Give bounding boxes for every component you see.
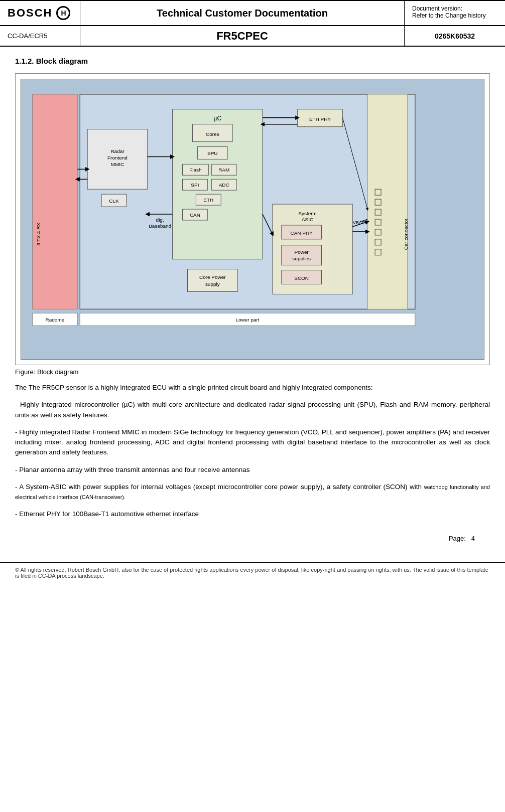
document-title: Technical Customer Documentation	[80, 1, 405, 25]
svg-text:SCON: SCON	[294, 275, 309, 281]
svg-text:RAM: RAM	[218, 167, 229, 173]
page-number: 4	[471, 535, 475, 542]
block-diagram-figure: Planar antenna array 3 TX 4 RX Radar Fro…	[15, 73, 490, 365]
svg-text:ETH PHY: ETH PHY	[309, 116, 331, 122]
figure-caption: Figure: Block diagram	[15, 368, 490, 376]
document-code: CC-DA/ECR5	[0, 26, 80, 46]
svg-text:CAN PHY: CAN PHY	[291, 230, 313, 236]
block-diagram: Planar antenna array 3 TX 4 RX Radar Fro…	[21, 79, 484, 360]
bullet5-paragraph: - Ethernet PHY for 100Base-T1 automotive…	[15, 509, 490, 519]
svg-text:dig.: dig.	[156, 217, 164, 223]
copyright-footer: © All rights reserved, Robert Bosch GmbH…	[0, 562, 505, 583]
svg-text:Radar: Radar	[110, 148, 124, 154]
svg-text:Lower part: Lower part	[236, 317, 260, 322]
svg-text:ASIC: ASIC	[302, 217, 313, 222]
intro-the: The	[15, 384, 29, 391]
svg-text:ETH: ETH	[203, 197, 213, 203]
doc-version-value: Refer to the Change history	[412, 12, 497, 19]
intro-paragraph: The The FR5CP sensor is a highly integra…	[15, 383, 490, 393]
product-name: FR5CPEC	[80, 26, 405, 46]
svg-text:Car connector: Car connector	[403, 218, 409, 250]
section-title: 1.1.2. Block diagram	[15, 57, 490, 65]
svg-text:Baseband: Baseband	[149, 223, 171, 229]
bosch-logo-circle: H	[56, 6, 70, 20]
part-number: 0265K60532	[405, 26, 505, 46]
svg-text:CLK: CLK	[109, 198, 119, 204]
svg-text:Flash: Flash	[189, 167, 201, 173]
copyright-text: © All rights reserved, Robert Bosch GmbH…	[15, 567, 488, 579]
svg-text:3 TX    4 RX: 3 TX 4 RX	[36, 223, 41, 246]
svg-rect-44	[187, 269, 237, 292]
bullet3-paragraph: - Planar antenna array with three transm…	[15, 465, 490, 475]
bullet1-paragraph: - Highly integrated microcontroller (µC)…	[15, 400, 490, 420]
svg-text:System-: System-	[298, 211, 317, 216]
svg-text:CAN: CAN	[190, 212, 200, 218]
document-version: Document version: Refer to the Change hi…	[405, 1, 505, 25]
page-footer: Page: 4	[15, 535, 490, 542]
svg-text:ADC: ADC	[219, 182, 229, 188]
page-label: Page:	[449, 535, 466, 542]
document-subheader: CC-DA/ECR5 FR5CPEC 0265K60532	[0, 26, 505, 47]
doc-version-label: Document version:	[412, 5, 497, 12]
logo-section: BOSCH H	[0, 1, 80, 25]
svg-rect-1	[33, 94, 78, 309]
bullet4-main-text: - A System-ASIC with power supplies for …	[15, 483, 424, 491]
svg-text:SPI: SPI	[191, 182, 199, 188]
svg-text:Frontend: Frontend	[107, 155, 128, 160]
brand-name: BOSCH	[8, 7, 52, 20]
svg-text:SPU: SPU	[207, 150, 217, 156]
svg-text:Radome: Radome	[46, 317, 65, 322]
bullet4-paragraph: - A System-ASIC with power supplies for …	[15, 482, 490, 503]
block-diagram-svg: Planar antenna array 3 TX 4 RX Radar Fro…	[21, 79, 484, 359]
page-header: BOSCH H Technical Customer Documentation…	[0, 0, 505, 26]
svg-text:Cores: Cores	[206, 131, 219, 137]
svg-text:Core Power: Core Power	[199, 274, 226, 280]
svg-text:µC: µC	[214, 115, 222, 122]
svg-text:supply: supply	[205, 281, 220, 287]
svg-text:MMIC: MMIC	[111, 161, 124, 167]
svg-text:supplies: supplies	[292, 256, 311, 261]
svg-text:Power: Power	[295, 249, 309, 255]
svg-rect-47	[367, 94, 408, 309]
bullet2-paragraph: - Highly integrated Radar Frontend MMIC …	[15, 427, 490, 458]
main-content: 1.1.2. Block diagram Planar antenna arra…	[0, 47, 505, 562]
